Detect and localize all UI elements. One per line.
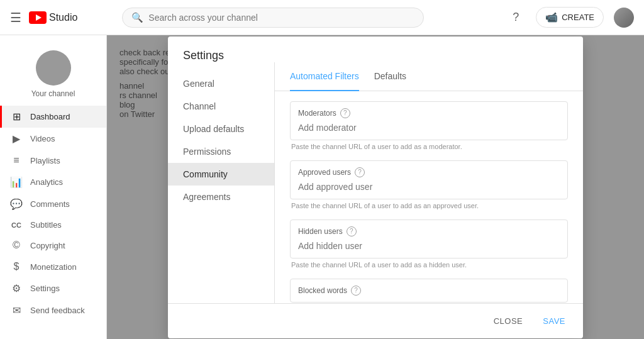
approved-users-label: Approved users ? — [298, 167, 560, 177]
sidebar-item-label: Comments — [30, 199, 70, 209]
settings-sidebar: General Channel Upload defaults Permissi… — [168, 62, 275, 303]
subtitles-icon: CC — [10, 221, 23, 229]
sidebar-item-label: Settings — [30, 284, 60, 293]
close-button[interactable]: CLOSE — [486, 311, 531, 331]
hamburger-icon[interactable]: ☰ — [10, 10, 21, 25]
moderators-label: Moderators ? — [298, 108, 560, 118]
sidebar-item-label: Videos — [30, 134, 55, 143]
create-label: CREATE — [562, 13, 594, 22]
settings-nav-permissions[interactable]: Permissions — [168, 140, 274, 163]
settings-icon: ⚙ — [10, 282, 23, 294]
sidebar-item-monetization[interactable]: $ Monetization — [0, 256, 106, 277]
layout: Your channel ⊞ Dashboard ▶ Videos ≡ Play… — [0, 35, 644, 339]
approved-users-input[interactable] — [298, 182, 560, 192]
hidden-users-label: Hidden users ? — [298, 226, 560, 236]
sidebar-item-settings[interactable]: ⚙ Settings — [0, 277, 106, 299]
tab-automated-filters[interactable]: Automated Filters — [290, 62, 359, 91]
sidebar-item-videos[interactable]: ▶ Videos — [0, 128, 106, 150]
settings-nav-general[interactable]: General — [168, 72, 274, 95]
moderators-section: Moderators ? Paste the channel URL of a … — [290, 101, 568, 150]
nav-right: ? 📹 CREATE — [506, 7, 634, 28]
settings-content: Automated Filters Defaults — [275, 62, 583, 303]
moderators-help-icon[interactable]: ? — [340, 108, 350, 118]
sidebar-avatar-section: Your channel — [0, 40, 106, 106]
modal-body: General Channel Upload defaults Permissi… — [168, 62, 583, 303]
approved-users-section: Approved users ? Paste the channel URL o… — [290, 160, 568, 209]
settings-nav-agreements[interactable]: Agreements — [168, 186, 274, 208]
settings-modal: Settings General Channel Upload defaults… — [168, 36, 583, 338]
hidden-users-section: Hidden users ? Paste the channel URL of … — [290, 220, 568, 269]
hidden-users-input[interactable] — [298, 241, 560, 251]
sidebar-item-dashboard[interactable]: ⊞ Dashboard — [0, 106, 106, 128]
blocked-words-field-box: Blocked words ? — [290, 279, 568, 303]
feedback-icon: ✉ — [10, 304, 23, 316]
analytics-icon: 📊 — [10, 176, 23, 188]
blocked-words-label: Blocked words ? — [298, 286, 560, 296]
search-input[interactable] — [148, 13, 414, 23]
copyright-icon: © — [10, 240, 23, 251]
sidebar-item-playlists[interactable]: ≡ Playlists — [0, 150, 106, 171]
comments-icon: 💬 — [10, 198, 23, 210]
search-bar[interactable]: 🔍 — [122, 8, 424, 28]
sidebar-item-label: Monetization — [30, 262, 77, 272]
sidebar-item-label: Subtitles — [30, 220, 62, 230]
hidden-users-field-box: Hidden users ? — [290, 220, 568, 258]
sidebar-item-subtitles[interactable]: CC Subtitles — [0, 215, 106, 235]
settings-nav-community[interactable]: Community — [168, 163, 274, 186]
studio-label: Studio — [49, 12, 77, 23]
approved-users-help-icon[interactable]: ? — [355, 167, 365, 177]
dashboard-icon: ⊞ — [10, 111, 23, 123]
moderators-field-box: Moderators ? — [290, 101, 568, 140]
sidebar-item-comments[interactable]: 💬 Comments — [0, 193, 106, 215]
sidebar-channel-label: Your channel — [31, 89, 75, 98]
sidebar-item-feedback[interactable]: ✉ Send feedback — [0, 299, 106, 321]
sidebar-avatar[interactable] — [36, 50, 71, 86]
blocked-words-help-icon[interactable]: ? — [351, 286, 361, 296]
moderators-input[interactable] — [298, 123, 560, 133]
avatar[interactable] — [614, 8, 634, 28]
modal-overlay: Settings General Channel Upload defaults… — [107, 35, 644, 339]
help-button[interactable]: ? — [506, 8, 526, 28]
approved-users-hint: Paste the channel URL of a user to add a… — [290, 202, 568, 209]
monetization-icon: $ — [10, 261, 23, 272]
approved-users-field-box: Approved users ? — [290, 160, 568, 199]
create-button[interactable]: 📹 CREATE — [536, 7, 604, 28]
youtube-icon — [29, 11, 47, 24]
settings-tabs: Automated Filters Defaults — [275, 62, 583, 91]
hidden-users-help-icon[interactable]: ? — [347, 226, 357, 236]
playlists-icon: ≡ — [10, 155, 23, 166]
settings-tab-content: Moderators ? Paste the channel URL of a … — [275, 91, 583, 303]
sidebar: Your channel ⊞ Dashboard ▶ Videos ≡ Play… — [0, 35, 107, 339]
modal-footer: CLOSE SAVE — [168, 303, 583, 338]
videos-icon: ▶ — [10, 133, 23, 145]
sidebar-item-copyright[interactable]: © Copyright — [0, 235, 106, 256]
top-nav: ☰ Studio 🔍 ? 📹 CREATE — [0, 0, 644, 35]
camera-icon: 📹 — [545, 11, 558, 23]
blocked-words-section: Blocked words ? — [290, 279, 568, 303]
tab-defaults[interactable]: Defaults — [374, 62, 406, 91]
save-button[interactable]: SAVE — [535, 311, 573, 331]
hidden-users-hint: Paste the channel URL of a user to add a… — [290, 261, 568, 269]
sidebar-item-label: Send feedback — [30, 306, 85, 315]
sidebar-item-analytics[interactable]: 📊 Analytics — [0, 171, 106, 193]
sidebar-item-label: Analytics — [30, 177, 63, 187]
sidebar-item-label: Playlists — [30, 156, 60, 165]
modal-title: Settings — [168, 36, 583, 62]
moderators-hint: Paste the channel URL of a user to add a… — [290, 143, 568, 150]
logo[interactable]: Studio — [29, 11, 77, 24]
sidebar-items: ⊞ Dashboard ▶ Videos ≡ Playlists 📊 Analy… — [0, 106, 106, 321]
settings-nav-channel[interactable]: Channel — [168, 95, 274, 118]
search-icon: 🔍 — [131, 12, 143, 23]
main-content: check back regularly to seespecifically … — [107, 35, 644, 339]
sidebar-item-label: Dashboard — [30, 112, 70, 121]
sidebar-item-label: Copyright — [30, 241, 65, 250]
settings-nav-upload-defaults[interactable]: Upload defaults — [168, 118, 274, 140]
